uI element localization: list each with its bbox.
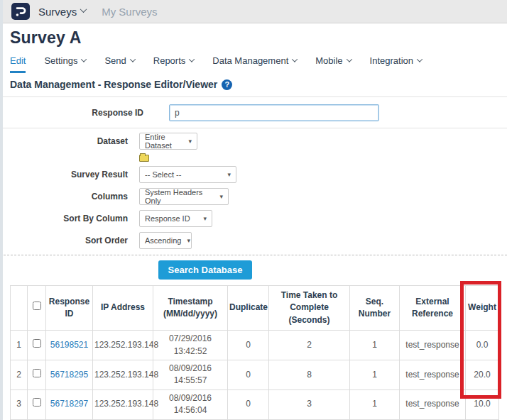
weight-cell: 20.0 [466, 360, 499, 389]
weight-cell: 0.0 [466, 331, 499, 360]
timestamp-cell: 08/09/2016 14:56:04 [153, 389, 228, 419]
col-external-reference: External Reference [400, 286, 466, 331]
col-seq-number: Seq. Number [350, 286, 400, 331]
divider [0, 128, 507, 128]
tab-integration[interactable]: Integration [370, 55, 422, 71]
section-title: Data Management - Response Editor/Viewer… [10, 79, 507, 90]
response-id-link[interactable]: 56718295 [46, 360, 93, 389]
chevron-down-icon [81, 56, 87, 62]
tab-edit[interactable]: Edit [10, 55, 26, 73]
ip-address-cell: 123.252.193.148 [93, 331, 153, 360]
table-row: 2 56718295 123.252.193.148 08/09/2016 14… [11, 360, 499, 389]
duplicate-cell: 0 [228, 360, 269, 389]
row-checkbox[interactable] [33, 339, 41, 348]
survey-tabs: Edit Settings Send Reports Data Manageme… [10, 55, 507, 73]
select-caret-icon: ▾ [203, 215, 207, 222]
row-number: 2 [11, 360, 28, 389]
chevron-down-icon [292, 56, 298, 62]
columns-value: System Headers Only [145, 188, 214, 205]
chevron-down-icon [189, 56, 195, 62]
tab-edit-label: Edit [10, 55, 26, 66]
response-id-row: Response ID [0, 97, 507, 128]
page-title: Survey A [10, 28, 507, 48]
duplicate-cell: 0 [228, 331, 269, 360]
select-caret-icon: ▾ [188, 138, 192, 145]
duplicate-cell: 0 [228, 389, 269, 419]
sort-order-select[interactable]: Ascending ▾ [139, 232, 192, 249]
tab-settings-label: Settings [44, 55, 77, 66]
response-id-link[interactable]: 56718297 [46, 389, 93, 419]
chevron-down-icon [130, 56, 136, 62]
questionpro-logo-icon[interactable] [11, 3, 30, 20]
row-checkbox[interactable] [33, 398, 41, 407]
search-database-button[interactable]: Search Database [158, 260, 253, 280]
chevron-down-icon [417, 56, 422, 62]
my-surveys-menu-label: My Surveys [102, 6, 157, 18]
sort-by-column-label: Sort By Column [0, 214, 133, 223]
tab-send-label: Send [104, 55, 126, 66]
row-number: 3 [11, 389, 28, 419]
tab-data-management-label: Data Management [212, 55, 288, 66]
select-all-header [28, 286, 46, 331]
time-taken-cell: 8 [269, 360, 350, 389]
select-caret-icon: ▾ [227, 171, 231, 178]
col-ip-address: IP Address [93, 286, 153, 331]
tab-mobile[interactable]: Mobile [315, 55, 351, 71]
dataset-select[interactable]: Entire Dataset ▾ [139, 133, 197, 150]
response-id-link[interactable]: 56198521 [46, 331, 93, 360]
columns-select[interactable]: System Headers Only ▾ [139, 188, 229, 205]
col-weight: Weight [466, 286, 499, 331]
my-surveys-menu[interactable]: My Surveys [102, 6, 157, 18]
survey-result-select[interactable]: -- Select -- ▾ [139, 166, 236, 183]
time-taken-cell: 2 [269, 331, 350, 360]
time-taken-cell: 3 [269, 389, 350, 419]
col-duplicate: Duplicate [228, 286, 269, 331]
row-number-header [11, 286, 28, 331]
select-caret-icon: ▾ [219, 193, 223, 200]
tab-data-management[interactable]: Data Management [212, 55, 297, 71]
sort-by-column-select[interactable]: Response ID ▾ [139, 210, 212, 227]
tab-reports-label: Reports [153, 55, 186, 66]
sort-order-value: Ascending [145, 236, 181, 245]
timestamp-cell: 08/09/2016 14:55:57 [153, 360, 228, 389]
seq-number-cell: 1 [350, 331, 400, 360]
chevron-down-icon [346, 56, 351, 62]
row-number: 1 [11, 331, 28, 360]
table-header-row: Response ID IP Address Timestamp (MM/dd/… [11, 286, 499, 331]
response-id-label: Response ID [0, 108, 151, 118]
select-all-checkbox[interactable] [33, 302, 41, 310]
chevron-down-icon [80, 6, 87, 13]
row-checkbox[interactable] [33, 369, 41, 377]
table-row: 1 56198521 123.252.193.148 07/29/2016 13… [11, 331, 499, 360]
seq-number-cell: 1 [350, 389, 400, 419]
window-edge [0, 0, 3, 420]
ip-address-cell: 123.252.193.148 [93, 389, 153, 419]
tab-send[interactable]: Send [104, 55, 134, 71]
response-id-input[interactable] [169, 104, 379, 121]
select-caret-icon: ▾ [187, 237, 190, 244]
weight-cell: 10.0 [466, 389, 499, 419]
col-response-id: Response ID [46, 286, 93, 331]
folder-icon[interactable] [139, 155, 149, 162]
surveys-menu[interactable]: Surveys [38, 6, 86, 18]
external-reference-cell: test_response [400, 389, 466, 419]
tab-reports[interactable]: Reports [153, 55, 195, 71]
external-reference-cell: test_response [400, 360, 466, 389]
timestamp-cell: 07/29/2016 13:42:52 [153, 331, 228, 360]
col-time-taken: Time Taken to Complete (Seconds) [269, 286, 350, 331]
seq-number-cell: 1 [350, 360, 400, 389]
table-row: 3 56718297 123.252.193.148 08/09/2016 14… [11, 389, 499, 419]
sort-order-label: Sort Order [0, 236, 133, 245]
dashed-divider [0, 255, 507, 255]
tab-mobile-label: Mobile [315, 55, 342, 66]
section-title-text: Data Management - Response Editor/Viewer [10, 79, 217, 90]
tab-settings[interactable]: Settings [44, 55, 86, 71]
external-reference-cell: test_response [400, 331, 466, 360]
surveys-menu-label: Surveys [38, 6, 77, 18]
help-icon[interactable]: ? [222, 79, 232, 90]
dataset-label: Dataset [0, 136, 133, 146]
col-timestamp: Timestamp (MM/dd/yyyy) [153, 286, 228, 331]
sort-by-column-value: Response ID [145, 214, 190, 223]
dataset-value: Entire Dataset [145, 133, 182, 150]
survey-result-label: Survey Result [0, 170, 133, 179]
